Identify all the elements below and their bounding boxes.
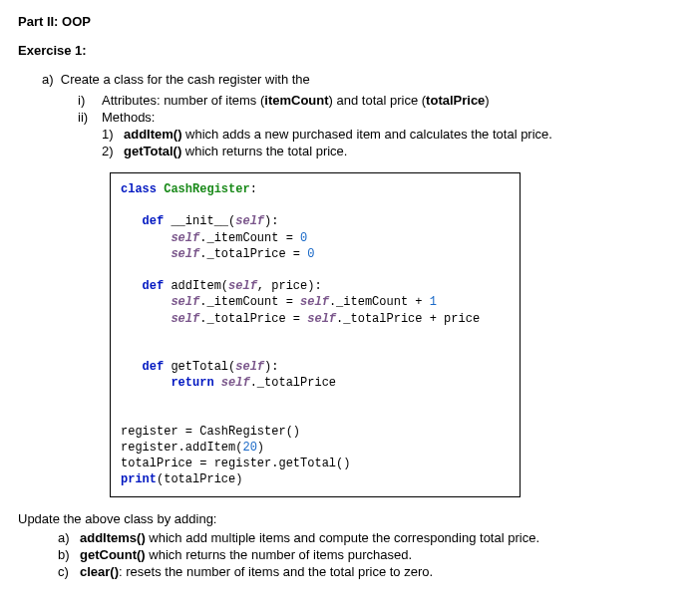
sub-ii: ii) Methods: <box>78 110 681 125</box>
update-b-desc: which returns the number of items purcha… <box>146 547 412 562</box>
exercise-title: Exercise 1: <box>18 43 681 58</box>
update-a-desc: which add multiple items and compute the… <box>146 530 539 545</box>
text-a: Create a class for the cash register wit… <box>61 72 310 87</box>
method-1-desc: which adds a new purchased item and calc… <box>182 127 552 142</box>
method-2-name: getTotal() <box>124 144 181 158</box>
marker-i: i) <box>78 93 102 108</box>
method-2-desc: which returns the total price. <box>181 144 347 158</box>
marker-upd-c: c) <box>58 564 80 579</box>
sub-i: i) Attributes: number of items (itemCoun… <box>78 93 681 108</box>
question-a: a) Create a class for the cash register … <box>42 72 681 87</box>
update-c-desc: : resets the number of items and the tot… <box>119 564 433 579</box>
update-a: a) addItems() which add multiple items a… <box>58 530 681 545</box>
update-title: Update the above class by adding: <box>18 511 681 526</box>
method-2: 2) getTotal() which returns the total pr… <box>102 144 681 158</box>
marker-ii: ii) <box>78 110 102 125</box>
text-i: Attributes: number of items (itemCount) … <box>102 93 490 108</box>
marker-upd-b: b) <box>58 547 80 562</box>
update-c-name: clear() <box>80 564 119 579</box>
update-c: c) clear(): resets the number of items a… <box>58 564 681 579</box>
code-block: class CashRegister: def __init__(self): … <box>110 172 521 497</box>
update-b-name: getCount() <box>80 547 146 562</box>
update-a-name: addItems() <box>80 530 146 545</box>
update-b: b) getCount() which returns the number o… <box>58 547 681 562</box>
part-title: Part II: OOP <box>18 14 681 29</box>
marker-upd-a: a) <box>58 530 80 545</box>
method-1-name: addItem() <box>124 127 182 142</box>
marker-1: 1) <box>102 127 124 142</box>
text-ii: Methods: <box>102 110 155 125</box>
marker-2: 2) <box>102 144 124 158</box>
marker-a: a) <box>42 72 54 87</box>
method-1: 1) addItem() which adds a new purchased … <box>102 127 681 142</box>
